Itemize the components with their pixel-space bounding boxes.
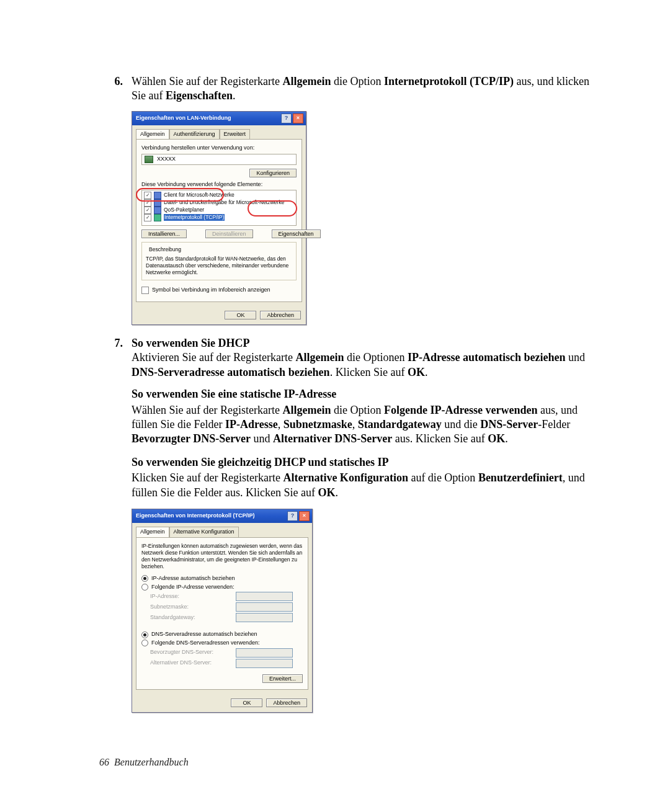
network-adapter-icon [145,156,153,163]
dialog1-titlebar: Eigenschaften von LAN-Verbindung ? × [132,112,306,125]
checkbox-icon[interactable]: ✓ [144,207,151,214]
both-heading: So verwenden Sie gleichzeitig DHCP und s… [132,455,602,470]
cancel-button[interactable]: Abbrechen [266,698,307,707]
tab-authentifizierung[interactable]: Authentifizierung [169,129,220,140]
dialog2-title: Eigenschaften von Internetprotokoll (TCP… [136,512,286,520]
step-7-body: So verwenden Sie DHCP Aktivieren Sie auf… [132,336,602,380]
advanced-button[interactable]: Erweitert... [262,674,303,683]
ok-button[interactable]: OK [225,311,256,319]
properties-button[interactable]: Eigenschaften [272,230,321,238]
page-footer: 66 Benutzerhandbuch [99,756,602,769]
step-6: 6. Wählen Sie auf der Registerkarte Allg… [99,74,602,104]
protocol-icon [154,214,161,221]
highlight-oval-tcpip [136,188,224,202]
dialog2-titlebar: Eigenschaften von Internetprotokoll (TCP… [132,509,312,523]
adapter-name: XXXXX [157,156,176,163]
dns1-label: Bevorzugter DNS-Server: [150,649,218,656]
dialog1-panel: Verbindung herstellen unter Verwendung v… [136,139,302,302]
gw-label: Standardgateway: [150,614,218,622]
dialog-lan-properties: Eigenschaften von LAN-Verbindung ? × All… [132,111,306,325]
tab-alternative-konfiguration[interactable]: Alternative Konfiguration [169,527,239,537]
step-7-number: 7. [99,336,132,380]
radio-auto-dns[interactable]: DNS-Serveradresse automatisch beziehen [141,631,303,638]
gw-input[interactable] [236,613,293,622]
tab-allgemein[interactable]: Allgemein [136,527,169,537]
step-6-number: 6. [99,74,132,104]
mask-label: Subnetzmaske: [150,604,218,611]
show-icon-label: Symbol bei Verbindung im Infobereich anz… [152,287,270,294]
step-7-heading: So verwenden Sie DHCP [132,336,602,350]
description-text: TCP/IP, das Standardprotokoll für WAN-Ne… [146,256,292,276]
both-para: Klicken Sie auf der Registerkarte Altern… [132,471,602,500]
tcpip-label: Internetprotokoll (TCP/IP) [164,214,225,221]
description-group: Beschreibung TCP/IP, das Standardprotoko… [141,242,297,280]
dns1-input[interactable] [236,648,293,658]
step-6-body: Wählen Sie auf der Registerkarte Allgeme… [132,74,602,104]
conn-label: Verbindung herstellen unter Verwendung v… [141,145,297,152]
radio-icon[interactable] [141,584,148,591]
step-7: 7. So verwenden Sie DHCP Aktivieren Sie … [99,336,602,380]
step-7-para: Aktivieren Sie auf der Registerkarte All… [132,350,602,380]
help-icon[interactable]: ? [287,511,298,521]
dialog-tcpip-properties: Eigenschaften von Internetprotokoll (TCP… [132,509,313,713]
static-para: Wählen Sie auf der Registerkarte Allgeme… [132,403,602,447]
ok-button[interactable]: OK [231,698,262,707]
radio-icon[interactable] [141,640,148,646]
tab-erweitert[interactable]: Erweitert [220,129,251,140]
cancel-button[interactable]: Abbrechen [260,311,301,319]
dialog2-panel: IP-Einstellungen können automatisch zuge… [136,537,308,690]
help-icon[interactable]: ? [281,114,292,123]
highlight-oval-eigenschaften [248,200,297,216]
ip-label: IP-Adresse: [150,593,218,600]
description-title: Beschreibung [147,246,183,253]
checkbox-icon[interactable]: ✓ [144,214,151,221]
adapter-field: XXXXX [141,154,297,165]
button-row: Installieren... Deinstallieren Eigenscha… [141,230,297,238]
tab-allgemein[interactable]: Allgemein [136,129,169,140]
mask-input[interactable] [236,602,293,612]
dialog1-tabs: Allgemein Authentifizierung Erweitert [132,125,306,140]
page-number: 66 [99,757,109,767]
dns2-input[interactable] [236,659,293,668]
radio-static-dns[interactable]: Folgende DNS-Serveradressen verwenden: [141,640,303,647]
close-icon[interactable]: × [293,114,303,123]
configure-button[interactable]: Konfigurieren [249,169,297,177]
install-button[interactable]: Installieren... [141,230,187,238]
dns2-label: Alternativer DNS-Server: [150,659,218,667]
radio-auto-ip[interactable]: IP-Adresse automatisch beziehen [141,575,303,582]
intro-text: IP-Einstellungen können automatisch zuge… [141,543,303,570]
ip-input[interactable] [236,592,293,601]
static-heading: So verwenden Sie eine statische IP-Adres… [132,387,602,401]
uninstall-button[interactable]: Deinstallieren [205,230,253,238]
radio-icon[interactable] [141,575,148,582]
close-icon[interactable]: × [299,511,310,521]
footer-title: Benutzerhandbuch [114,757,189,767]
dialog1-title: Eigenschaften von LAN-Verbindung [136,115,280,122]
qos-icon [154,207,161,214]
show-icon-checkbox[interactable] [141,287,149,294]
radio-static-ip[interactable]: Folgende IP-Adresse verwenden: [141,584,303,591]
radio-icon[interactable] [141,631,148,638]
